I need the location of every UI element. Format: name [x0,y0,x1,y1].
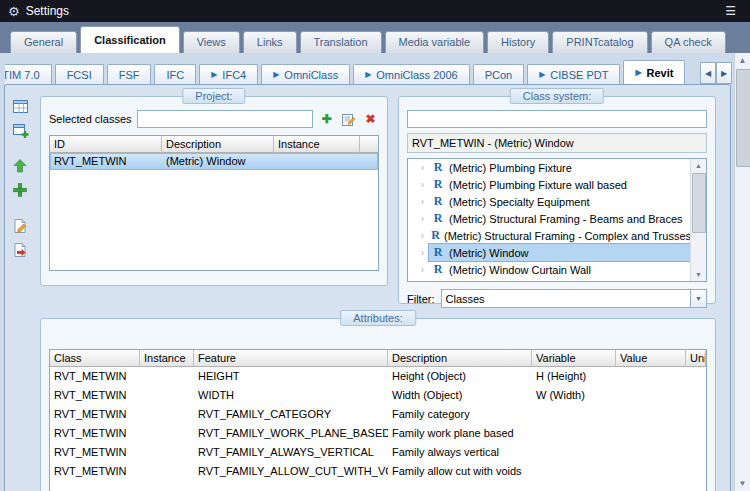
plus-icon: ✚ [321,112,331,126]
tab-printcatalog[interactable]: PRINTcatalog [552,31,647,53]
filter-row: Filter: Classes ▼ [407,289,707,308]
chevron-right-icon[interactable]: › [416,196,429,207]
expand-arrow-icon: ▶ [539,71,545,79]
tab-qa-check[interactable]: QA check [651,31,726,53]
tree-item[interactable]: › R(Metric) Specialty Equipment [408,193,691,210]
filter-dropdown[interactable]: Classes ▼ [441,289,708,308]
add-class-button[interactable]: ✚ [318,111,335,128]
tab-revit[interactable]: ▶Revit [623,60,685,84]
column-header-value[interactable]: Value [616,350,686,367]
column-header-description[interactable]: Description [162,136,274,153]
revit-icon: R [431,211,445,226]
tab-media-variable[interactable]: Media variable [385,31,485,53]
column-header-instance[interactable]: Instance [274,136,360,153]
table-row[interactable]: RVT_METWIN RVT_FAMILY_WORK_PLANE_BASED F… [50,424,706,443]
tab-pcon[interactable]: PCon [473,64,525,84]
scroll-up-icon[interactable]: ▲ [691,159,706,172]
table-add-icon[interactable] [10,120,30,140]
scroll-up-icon[interactable]: ▲ [735,53,750,68]
tab-views[interactable]: Views [183,31,240,53]
chevron-right-icon[interactable]: › [416,179,429,190]
scroll-down-icon[interactable]: ▼ [691,268,706,281]
tree-item[interactable]: › R(Metric) Window Curtain Wall [408,261,691,278]
tab-ifc[interactable]: IFC [154,64,196,84]
attributes-table: Class Instance Feature Description Varia… [49,349,707,491]
revit-icon: R [431,160,445,175]
table-header: ID Description Instance [50,136,378,153]
column-header-feature[interactable]: Feature [194,350,388,367]
scrollbar-thumb[interactable] [692,173,706,233]
chevron-right-icon[interactable]: › [416,247,429,258]
tab-fsf[interactable]: FSF [107,64,152,84]
attributes-group: Attributes: Class Instance Feature Descr… [40,318,716,491]
chevron-right-icon[interactable]: › [416,213,429,224]
tab-general[interactable]: General [10,31,77,53]
chevron-right-icon[interactable]: › [416,230,429,241]
chevron-right-icon[interactable]: › [416,264,429,275]
delete-class-button[interactable]: ✖ [362,111,379,128]
scroll-down-icon[interactable]: ▼ [735,476,750,491]
edit-class-button[interactable] [340,111,357,128]
revit-icon: R [431,228,440,243]
tab-omniclass[interactable]: ▶OmniClass [261,64,350,84]
filter-value: Classes [442,293,691,305]
table-row[interactable]: RVT_METWIN RVT_FAMILY_CATEGORY Family ca… [50,405,706,424]
table-row[interactable]: RVT_METWIN RVT_FAMILY_ALLOW_CUT_WITH_VOI… [50,462,706,481]
selected-classes-input[interactable] [137,110,313,128]
page-scrollbar[interactable]: ▲ ▼ [734,53,750,491]
project-group-label: Project: [182,88,245,104]
gear-icon: ⚙ [8,4,20,19]
class-system-group-label: Class system: [510,88,604,104]
tab-translation[interactable]: Translation [300,31,382,53]
tab-fcsi[interactable]: FCSI [55,64,104,84]
column-header-class[interactable]: Class [50,350,140,367]
expand-arrow-icon: ▶ [365,71,371,79]
table-row[interactable]: RVT_METWIN HEIGHT Height (Object) H (Hei… [50,367,706,386]
table-row[interactable]: RVT_METWIN RVT_FAMILY_ALWAYS_VERTICAL Fa… [50,443,706,462]
system-tab-strip: ETIM 7.0 FCSI FSF IFC ▶IFC4 ▶OmniClass ▶… [5,58,705,84]
plus-green-icon[interactable] [10,180,30,200]
class-search-input[interactable] [407,110,707,128]
tree-scrollbar[interactable]: ▲ ▼ [690,159,706,281]
menu-icon[interactable]: ☰ [719,4,742,18]
revit-icon: R [431,245,445,260]
titlebar: ⚙ Settings ☰ [0,0,750,22]
table-icon[interactable] [10,96,30,116]
column-header-variable[interactable]: Variable [532,350,616,367]
page-export-icon[interactable] [10,240,30,260]
column-header-description[interactable]: Description [388,350,532,367]
selected-classes-label: Selected classes [49,113,132,125]
tab-scroll-buttons: ◀ ▶ [700,62,732,84]
filter-label: Filter: [407,293,435,305]
tab-scroll-right-icon[interactable]: ▶ [716,62,732,84]
edit-icon [341,112,356,127]
tree-item-selected[interactable]: › R(Metric) Window [408,244,691,261]
revit-icon: R [431,194,445,209]
column-header-instance[interactable]: Instance [140,350,194,367]
page-edit-icon[interactable] [10,216,30,236]
tab-links[interactable]: Links [243,31,297,53]
scrollbar-thumb[interactable] [736,69,750,167]
tree-item[interactable]: › R(Metric) Plumbing Fixture wall based [408,176,691,193]
table-row[interactable]: RVT_METWIN (Metric) Window [50,153,378,170]
tab-omniclass-2006[interactable]: ▶OmniClass 2006 [353,64,469,84]
dropdown-arrow-icon[interactable]: ▼ [690,290,706,307]
tree-item[interactable]: › R(Metric) Structural Framing - Complex… [408,227,691,244]
tree-item[interactable]: › R(Metric) Structural Framing - Beams a… [408,210,691,227]
tab-etim[interactable]: ETIM 7.0 [5,64,52,84]
delete-icon: ✖ [365,112,375,126]
arrow-up-green-icon[interactable] [10,156,30,176]
tab-scroll-left-icon[interactable]: ◀ [700,62,716,84]
selected-classes-table: ID Description Instance RVT_METWIN (Metr… [49,135,379,271]
tab-history[interactable]: History [487,31,549,53]
table-row[interactable]: RVT_METWIN WIDTH Width (Object) W (Width… [50,386,706,405]
tab-ifc4[interactable]: ▶IFC4 [199,64,258,84]
revit-icon: R [431,262,445,277]
column-header-id[interactable]: ID [50,136,162,153]
column-header-unit[interactable]: Unit [686,350,706,367]
left-toolbar [8,96,32,264]
tab-cibse-pdt[interactable]: ▶CIBSE PDT [527,64,620,84]
tree-item[interactable]: › R(Metric) Plumbing Fixture [408,159,691,176]
tab-classification[interactable]: Classification [80,26,180,53]
chevron-right-icon[interactable]: › [416,162,429,173]
